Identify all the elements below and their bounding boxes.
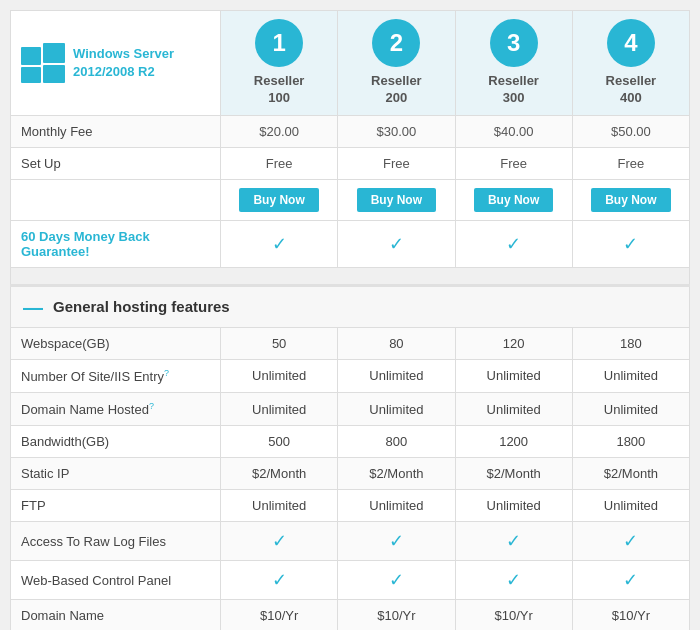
money-back-check-2: ✓ xyxy=(338,220,455,267)
raw-log-row: Access To Raw Log Files ✓ ✓ ✓ ✓ xyxy=(11,522,690,561)
plan-number-4: 4 xyxy=(607,19,655,67)
plan-col-2: 2 Reseller200 xyxy=(338,11,455,116)
money-back-check-1: ✓ xyxy=(221,220,338,267)
header-row: Windows Server 2012/2008 R2 1 Reseller10… xyxy=(11,11,690,116)
raw-log-check-2: ✓ xyxy=(338,522,455,561)
webspace-label: Webspace(GB) xyxy=(11,327,221,359)
spacer-row xyxy=(11,267,690,285)
webspace-val-1: 50 xyxy=(221,327,338,359)
monthly-fee-val-2: $30.00 xyxy=(338,115,455,147)
tooltip-icon-1: ? xyxy=(164,368,169,378)
svg-rect-0 xyxy=(21,47,41,65)
setup-val-4: Free xyxy=(572,147,689,179)
dash-icon: — xyxy=(23,297,43,317)
plan-title-4: Reseller400 xyxy=(583,73,679,107)
tooltip-icon-2: ? xyxy=(149,401,154,411)
check-icon-rl-1: ✓ xyxy=(272,531,287,551)
logo-cell: Windows Server 2012/2008 R2 xyxy=(11,11,221,116)
check-icon-rl-3: ✓ xyxy=(506,531,521,551)
buy-now-button-4[interactable]: Buy Now xyxy=(591,188,670,212)
domain-hosted-val-3: Unlimited xyxy=(455,393,572,426)
bandwidth-val-1: 500 xyxy=(221,426,338,458)
domain-name-row: Domain Name $10/Yr $10/Yr $10/Yr $10/Yr xyxy=(11,600,690,630)
setup-val-3: Free xyxy=(455,147,572,179)
logo-container: Windows Server 2012/2008 R2 xyxy=(21,43,210,83)
monthly-fee-row: Monthly Fee $20.00 $30.00 $40.00 $50.00 xyxy=(11,115,690,147)
monthly-fee-val-3: $40.00 xyxy=(455,115,572,147)
setup-val-1: Free xyxy=(221,147,338,179)
plan-title-1: Reseller100 xyxy=(231,73,327,107)
domain-name-val-4: $10/Yr xyxy=(572,600,689,630)
svg-rect-3 xyxy=(43,65,65,83)
check-icon-mb-2: ✓ xyxy=(389,234,404,254)
check-icon-mb-3: ✓ xyxy=(506,234,521,254)
ftp-val-2: Unlimited xyxy=(338,490,455,522)
buy-now-cell-1: Buy Now xyxy=(221,179,338,220)
plan-title-3: Reseller300 xyxy=(466,73,562,107)
plan-col-1: 1 Reseller100 xyxy=(221,11,338,116)
plan-number-2: 2 xyxy=(372,19,420,67)
raw-log-check-1: ✓ xyxy=(221,522,338,561)
plan-number-3: 3 xyxy=(490,19,538,67)
webspace-row: Webspace(GB) 50 80 120 180 xyxy=(11,327,690,359)
buy-now-button-3[interactable]: Buy Now xyxy=(474,188,553,212)
domain-name-label: Domain Name xyxy=(11,600,221,630)
spacer-cell xyxy=(11,267,690,285)
check-icon-rl-4: ✓ xyxy=(623,531,638,551)
plan-number-1: 1 xyxy=(255,19,303,67)
general-section-title: — General hosting features xyxy=(23,297,677,317)
monthly-fee-label: Monthly Fee xyxy=(11,115,221,147)
plan-title-2: Reseller200 xyxy=(348,73,444,107)
check-icon-mb-1: ✓ xyxy=(272,234,287,254)
control-panel-check-1: ✓ xyxy=(221,561,338,600)
page-wrapper: Windows Server 2012/2008 R2 1 Reseller10… xyxy=(0,0,700,630)
ftp-row: FTP Unlimited Unlimited Unlimited Unlimi… xyxy=(11,490,690,522)
num-sites-val-1: Unlimited xyxy=(221,359,338,392)
logo-line1: Windows Server xyxy=(73,45,174,63)
bandwidth-label: Bandwidth(GB) xyxy=(11,426,221,458)
domain-hosted-row: Domain Name Hosted? Unlimited Unlimited … xyxy=(11,393,690,426)
check-icon-cp-3: ✓ xyxy=(506,570,521,590)
domain-hosted-val-4: Unlimited xyxy=(572,393,689,426)
control-panel-check-3: ✓ xyxy=(455,561,572,600)
static-ip-val-1: $2/Month xyxy=(221,458,338,490)
static-ip-val-2: $2/Month xyxy=(338,458,455,490)
check-icon-cp-1: ✓ xyxy=(272,570,287,590)
general-section-cell: — General hosting features xyxy=(11,285,690,327)
money-back-text: 60 Days Money Back Guarantee! xyxy=(21,229,150,259)
windows-logo-icon xyxy=(21,43,65,83)
num-sites-label: Number Of Site/IIS Entry? xyxy=(11,359,221,392)
monthly-fee-val-1: $20.00 xyxy=(221,115,338,147)
money-back-row: 60 Days Money Back Guarantee! ✓ ✓ ✓ ✓ xyxy=(11,220,690,267)
bandwidth-row: Bandwidth(GB) 500 800 1200 1800 xyxy=(11,426,690,458)
static-ip-val-4: $2/Month xyxy=(572,458,689,490)
domain-name-val-3: $10/Yr xyxy=(455,600,572,630)
buy-now-button-1[interactable]: Buy Now xyxy=(239,188,318,212)
monthly-fee-val-4: $50.00 xyxy=(572,115,689,147)
bandwidth-val-3: 1200 xyxy=(455,426,572,458)
buy-now-button-2[interactable]: Buy Now xyxy=(357,188,436,212)
domain-hosted-val-2: Unlimited xyxy=(338,393,455,426)
num-sites-val-3: Unlimited xyxy=(455,359,572,392)
domain-hosted-val-1: Unlimited xyxy=(221,393,338,426)
num-sites-val-2: Unlimited xyxy=(338,359,455,392)
num-sites-row: Number Of Site/IIS Entry? Unlimited Unli… xyxy=(11,359,690,392)
control-panel-check-2: ✓ xyxy=(338,561,455,600)
buy-now-label-empty xyxy=(11,179,221,220)
ftp-val-3: Unlimited xyxy=(455,490,572,522)
static-ip-row: Static IP $2/Month $2/Month $2/Month $2/… xyxy=(11,458,690,490)
buy-now-row: Buy Now Buy Now Buy Now Buy Now xyxy=(11,179,690,220)
ftp-val-4: Unlimited xyxy=(572,490,689,522)
num-sites-val-4: Unlimited xyxy=(572,359,689,392)
general-section-header: — General hosting features xyxy=(11,285,690,327)
domain-name-val-1: $10/Yr xyxy=(221,600,338,630)
svg-rect-1 xyxy=(43,43,65,63)
webspace-val-2: 80 xyxy=(338,327,455,359)
ftp-val-1: Unlimited xyxy=(221,490,338,522)
svg-rect-2 xyxy=(21,67,41,83)
check-icon-rl-2: ✓ xyxy=(389,531,404,551)
money-back-check-3: ✓ xyxy=(455,220,572,267)
check-icon-cp-4: ✓ xyxy=(623,570,638,590)
control-panel-label: Web-Based Control Panel xyxy=(11,561,221,600)
raw-log-check-4: ✓ xyxy=(572,522,689,561)
